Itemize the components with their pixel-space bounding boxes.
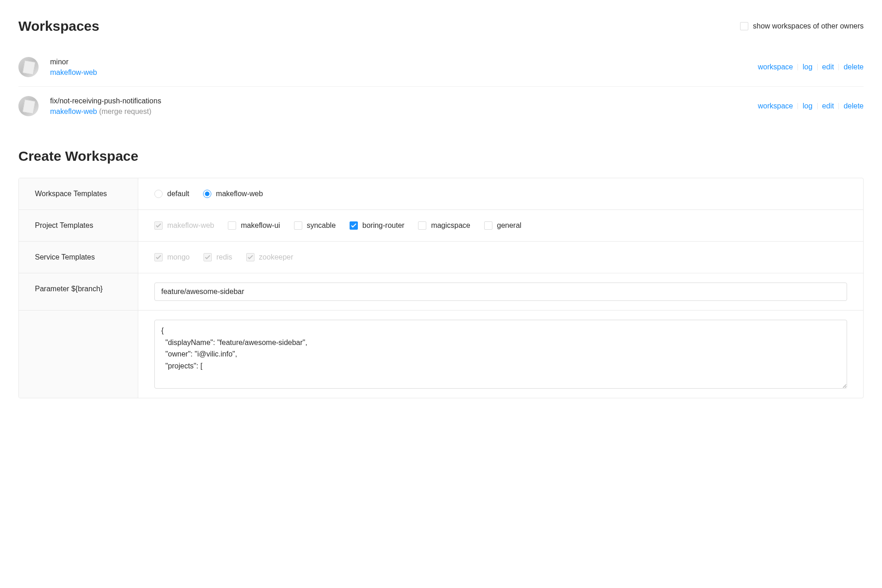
checkbox-project-syncable[interactable]: syncable: [294, 221, 336, 230]
workspace-title: minor: [50, 58, 758, 66]
checkbox-label: syncable: [307, 221, 336, 230]
action-workspace[interactable]: workspace: [758, 63, 793, 71]
workspace-info: minor makeflow-web: [50, 58, 758, 77]
checkbox-icon: [204, 253, 212, 261]
checkbox-icon: [418, 221, 426, 230]
checkbox-icon: [228, 221, 236, 230]
checkbox-label: magicspace: [431, 221, 470, 230]
form-row-json-preview: [19, 311, 863, 398]
form-row-service-templates: Service Templates mongo redis zookeeper: [19, 242, 863, 273]
workspace-suffix: (merge request): [97, 107, 151, 115]
divider-icon: [797, 64, 798, 70]
avatar: [18, 57, 39, 77]
checkbox-project-boring-router[interactable]: boring-router: [350, 221, 405, 230]
form-content: mongo redis zookeeper: [138, 242, 863, 273]
checkbox-label: makeflow-web: [167, 221, 214, 230]
checkbox-project-makeflow-web: makeflow-web: [154, 221, 214, 230]
action-log[interactable]: log: [803, 102, 812, 110]
form-label: Service Templates: [19, 242, 138, 273]
form-content: [138, 273, 863, 310]
checkbox-icon: [484, 221, 492, 230]
radio-label: makeflow-web: [216, 190, 263, 198]
workspace-item: minor makeflow-web workspace log edit de…: [18, 48, 864, 87]
action-edit[interactable]: edit: [822, 63, 834, 71]
divider-icon: [838, 64, 839, 70]
workspace-subtitle: makeflow-web: [50, 68, 758, 77]
avatar: [18, 96, 39, 116]
form-content: [138, 311, 863, 398]
radio-workspace-template-default[interactable]: default: [154, 190, 189, 198]
divider-icon: [817, 103, 818, 109]
checkbox-label: show workspaces of other owners: [753, 22, 864, 30]
checkbox-label: mongo: [167, 253, 190, 261]
parameter-branch-input[interactable]: [154, 283, 847, 301]
form-label: [19, 311, 138, 398]
checkbox-service-zookeeper: zookeeper: [246, 253, 294, 261]
checkbox-label: redis: [216, 253, 232, 261]
form-row-workspace-templates: Workspace Templates default makeflow-web: [19, 178, 863, 210]
page-title: Workspaces: [18, 18, 99, 34]
workspace-info: fix/not-receiving-push-notifications mak…: [50, 97, 758, 116]
checkbox-icon: [154, 253, 163, 261]
json-preview-textarea[interactable]: [154, 320, 847, 389]
service-template-group: mongo redis zookeeper: [154, 253, 293, 261]
repo-link[interactable]: makeflow-web: [50, 68, 97, 76]
workspace-item: fix/not-receiving-push-notifications mak…: [18, 87, 864, 125]
workspace-actions: workspace log edit delete: [758, 102, 864, 110]
action-workspace[interactable]: workspace: [758, 102, 793, 110]
checkbox-project-general[interactable]: general: [484, 221, 521, 230]
checkbox-icon: [740, 22, 748, 30]
action-delete[interactable]: delete: [843, 63, 864, 71]
divider-icon: [838, 103, 839, 109]
form-row-project-templates: Project Templates makeflow-web makeflow-…: [19, 210, 863, 242]
form-row-parameter-branch: Parameter ${branch}: [19, 273, 863, 311]
form-label: Project Templates: [19, 210, 138, 241]
radio-label: default: [167, 190, 189, 198]
workspace-subtitle: makeflow-web (merge request): [50, 107, 758, 116]
radio-icon: [154, 190, 163, 198]
radio-workspace-template-makeflow-web[interactable]: makeflow-web: [203, 190, 263, 198]
checkbox-service-mongo: mongo: [154, 253, 190, 261]
action-log[interactable]: log: [803, 63, 812, 71]
form-content: makeflow-web makeflow-ui syncable boring…: [138, 210, 863, 241]
form-content: default makeflow-web: [138, 178, 863, 209]
create-workspace-title: Create Workspace: [18, 148, 864, 164]
form-label: Parameter ${branch}: [19, 273, 138, 310]
workspace-actions: workspace log edit delete: [758, 63, 864, 71]
checkbox-icon: [246, 253, 254, 261]
workspace-title: fix/not-receiving-push-notifications: [50, 97, 758, 105]
divider-icon: [797, 103, 798, 109]
project-template-group: makeflow-web makeflow-ui syncable boring…: [154, 221, 521, 230]
create-workspace-form: Workspace Templates default makeflow-web…: [18, 178, 864, 398]
checkbox-label: zookeeper: [259, 253, 294, 261]
action-delete[interactable]: delete: [843, 102, 864, 110]
checkbox-label: boring-router: [362, 221, 405, 230]
checkbox-icon: [294, 221, 302, 230]
workspace-list: minor makeflow-web workspace log edit de…: [18, 48, 864, 125]
action-edit[interactable]: edit: [822, 102, 834, 110]
checkbox-project-makeflow-ui[interactable]: makeflow-ui: [228, 221, 280, 230]
radio-icon: [203, 190, 211, 198]
checkbox-icon: [350, 221, 358, 230]
checkbox-project-magicspace[interactable]: magicspace: [418, 221, 470, 230]
form-label: Workspace Templates: [19, 178, 138, 209]
show-other-owners-checkbox[interactable]: show workspaces of other owners: [740, 22, 864, 30]
checkbox-service-redis: redis: [204, 253, 232, 261]
repo-link[interactable]: makeflow-web: [50, 107, 97, 115]
checkbox-label: general: [497, 221, 521, 230]
checkbox-label: makeflow-ui: [241, 221, 280, 230]
divider-icon: [817, 64, 818, 70]
checkbox-icon: [154, 221, 163, 230]
